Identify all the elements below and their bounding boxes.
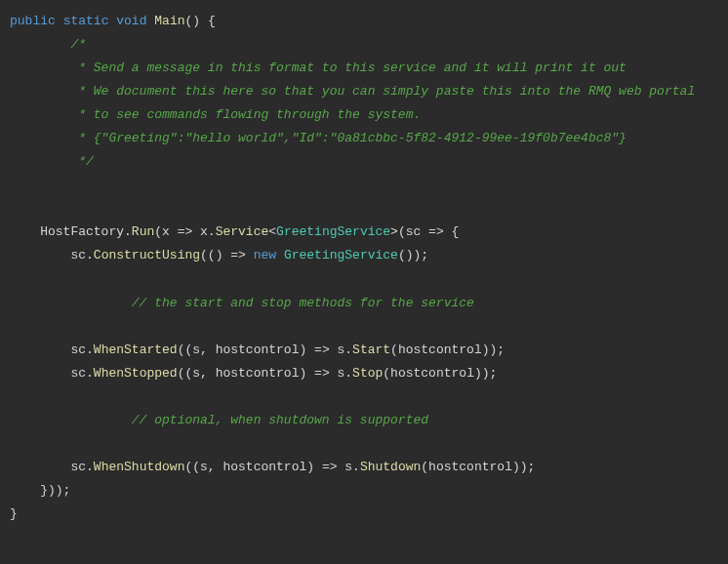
comment-l4: * to see commands flowing through the sy… xyxy=(10,107,421,122)
line1-tail: () { xyxy=(185,14,216,28)
comment-l3: * We document this here so that you can … xyxy=(10,84,695,99)
close-brace2: } xyxy=(10,506,18,521)
hostfactory-pre: HostFactory. xyxy=(10,224,132,239)
method-run: Run xyxy=(132,224,154,239)
method-main: Main xyxy=(154,14,184,28)
keyword-static: static xyxy=(63,14,109,28)
construct-pre: sc. xyxy=(10,248,94,262)
type-greetingservice-new: GreetingService xyxy=(284,248,398,262)
construct-mid: (() => xyxy=(200,248,254,262)
comment-close: */ xyxy=(10,154,94,169)
space xyxy=(276,248,284,262)
whenshutdown-pre: sc. xyxy=(10,460,94,474)
whenstopped-tail: (hostcontrol)); xyxy=(383,366,497,381)
whenshutdown-tail: (hostcontrol)); xyxy=(421,460,535,474)
keyword-public: public xyxy=(10,14,56,28)
lt: < xyxy=(268,224,276,239)
comment-l5: * {"Greeting":"hello world","Id":"0a81cb… xyxy=(10,131,627,145)
keyword-new: new xyxy=(254,248,276,262)
method-whenshutdown: WhenShutdown xyxy=(94,460,185,474)
comment-optional: // optional, when shutdown is supported xyxy=(10,413,428,427)
method-constructusing: ConstructUsing xyxy=(94,248,200,262)
comment-startstop: // the start and stop methods for the se… xyxy=(10,296,474,310)
whenstarted-tail: (hostcontrol)); xyxy=(390,342,505,357)
comment-l2: * Send a message in this format to this … xyxy=(10,60,627,75)
method-whenstopped: WhenStopped xyxy=(94,366,178,381)
method-whenstarted: WhenStarted xyxy=(94,342,178,357)
comment-open: /* xyxy=(10,37,86,52)
code-block: public static void Main() { /* * Send a … xyxy=(0,0,728,564)
whenstarted-mid: ((s, hostcontrol) => s. xyxy=(178,342,352,357)
hostfactory-tail: >(sc => { xyxy=(390,224,459,239)
whenstopped-pre: sc. xyxy=(10,366,94,381)
method-service: Service xyxy=(216,224,269,239)
method-start: Start xyxy=(352,342,390,357)
keyword-void: void xyxy=(116,14,146,28)
type-greetingservice: GreetingService xyxy=(276,224,390,239)
whenstopped-mid: ((s, hostcontrol) => s. xyxy=(178,366,352,381)
method-shutdown: Shutdown xyxy=(360,460,421,474)
whenshutdown-mid: ((s, hostcontrol) => s. xyxy=(184,460,359,474)
hostfactory-mid1: (x => x. xyxy=(154,224,215,239)
whenstarted-pre: sc. xyxy=(10,342,94,357)
method-stop: Stop xyxy=(352,366,383,381)
close-brace1: })); xyxy=(10,483,70,498)
construct-tail: ()); xyxy=(398,248,428,262)
